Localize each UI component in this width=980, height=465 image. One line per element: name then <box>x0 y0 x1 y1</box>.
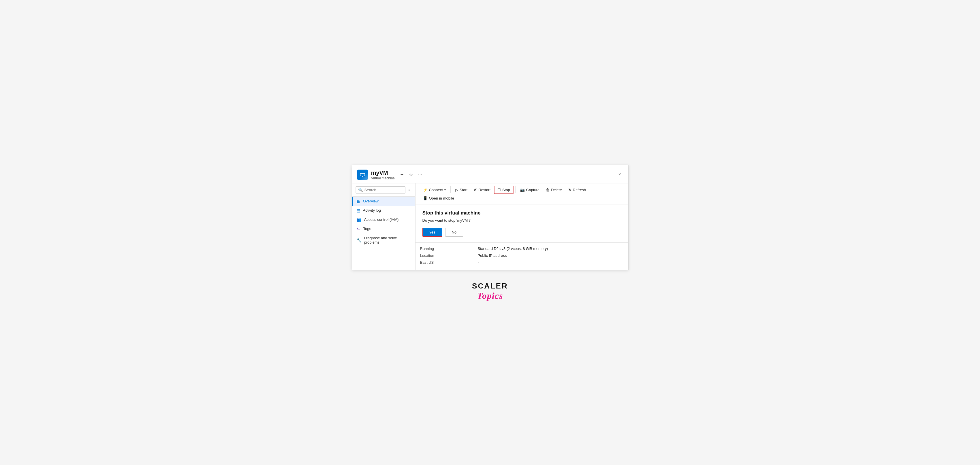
star-icon: ☆ <box>409 172 413 177</box>
stop-label: Stop <box>502 188 510 192</box>
close-button[interactable]: × <box>616 170 624 178</box>
restart-button[interactable]: ↺ Restart <box>471 186 493 194</box>
brand-scaler-text: SCALER <box>472 282 508 290</box>
dialog-title: Stop this virtual machine <box>422 210 621 216</box>
toolbar: ⚡ Connect ▾ ▷ Start ↺ Restart ☐ Stop <box>415 183 628 205</box>
brand-topics-text: Topics <box>477 291 503 300</box>
activity-log-label: Activity log <box>363 208 381 213</box>
info-row-1: Running Standard D2s v3 (2 vcpus, 8 GiB … <box>420 245 624 252</box>
overview-icon: ▦ <box>356 199 360 203</box>
more-toolbar-button[interactable]: ··· <box>458 195 466 202</box>
sidebar-item-overview[interactable]: ▦ Overview <box>352 197 415 206</box>
delete-button[interactable]: 🗑 Delete <box>543 186 565 194</box>
pin-icon: ✦ <box>400 172 404 177</box>
info-value-2: Public IP address <box>478 253 507 258</box>
title-actions: ✦ ☆ ··· <box>399 171 423 178</box>
pin-button[interactable]: ✦ <box>399 171 405 178</box>
svg-rect-1 <box>361 174 364 176</box>
tags-icon: 🏷 <box>356 227 361 231</box>
connect-chevron-icon: ▾ <box>444 188 446 192</box>
delete-icon: 🗑 <box>546 188 549 192</box>
restart-icon: ↺ <box>474 188 477 192</box>
more-icon: ··· <box>460 196 464 200</box>
close-icon: × <box>618 171 621 177</box>
info-row-3: East US - <box>420 259 624 266</box>
capture-button[interactable]: 📷 Capture <box>517 186 542 194</box>
title-bar: myVM Virtual machine ✦ ☆ ··· × <box>352 165 628 183</box>
info-row-2: Location Public IP address <box>420 252 624 259</box>
dialog-actions: Yes No <box>422 228 621 236</box>
favorite-button[interactable]: ☆ <box>408 171 414 178</box>
start-label: Start <box>460 188 468 192</box>
info-label-2: Location <box>420 253 478 258</box>
separator-1 <box>450 186 451 193</box>
stop-dialog: Stop this virtual machine Do you want to… <box>415 205 628 243</box>
refresh-label: Refresh <box>573 188 586 192</box>
activity-log-icon: ▤ <box>356 208 360 213</box>
diagnose-icon: 🔧 <box>356 238 361 243</box>
sidebar-item-access-control[interactable]: 👥 Access control (IAM) <box>352 215 415 224</box>
connect-icon: ⚡ <box>423 188 428 192</box>
sidebar-item-activity-log[interactable]: ▤ Activity log <box>352 206 415 215</box>
vm-icon <box>357 170 368 180</box>
diagnose-label: Diagnose and solve problems <box>364 236 412 244</box>
start-button[interactable]: ▷ Start <box>452 186 470 194</box>
separator-2 <box>515 186 515 193</box>
restart-label: Restart <box>478 188 490 192</box>
iam-label: Access control (IAM) <box>364 217 399 222</box>
search-box: 🔍 <box>356 186 406 194</box>
search-icon: 🔍 <box>358 188 363 192</box>
search-input[interactable] <box>364 188 403 192</box>
info-value-1: Standard D2s v3 (2 vcpus, 8 GiB memory) <box>478 246 548 251</box>
azure-portal-window: myVM Virtual machine ✦ ☆ ··· × 🔍 <box>352 165 628 270</box>
sidebar: 🔍 « ▦ Overview ▤ Activity log <box>352 183 415 270</box>
vm-title: myVM <box>371 169 395 176</box>
start-icon: ▷ <box>455 188 458 192</box>
more-options-button[interactable]: ··· <box>417 171 423 178</box>
dialog-overlay: Stop this virtual machine Do you want to… <box>415 205 628 270</box>
nav-list: ▦ Overview ▤ Activity log 👥 Access contr… <box>352 197 415 270</box>
sidebar-item-diagnose[interactable]: 🔧 Diagnose and solve problems <box>352 233 415 247</box>
open-mobile-button[interactable]: 📱 Open in mobile <box>420 195 457 202</box>
sidebar-item-tags[interactable]: 🏷 Tags <box>352 224 415 233</box>
chevron-left-icon: « <box>408 187 410 192</box>
search-container: 🔍 « <box>352 183 415 197</box>
dialog-message: Do you want to stop 'myVM'? <box>422 218 621 222</box>
capture-label: Capture <box>526 188 539 192</box>
open-mobile-label: Open in mobile <box>429 196 454 200</box>
iam-icon: 👥 <box>356 217 361 222</box>
stop-icon: ☐ <box>497 188 501 192</box>
info-label-1: Running <box>420 246 478 251</box>
svg-rect-3 <box>361 177 364 177</box>
info-area: Running Standard D2s v3 (2 vcpus, 8 GiB … <box>415 242 628 270</box>
main-content: ⚡ Connect ▾ ▷ Start ↺ Restart ☐ Stop <box>415 183 628 270</box>
window-body: 🔍 « ▦ Overview ▤ Activity log <box>352 183 628 270</box>
capture-icon: 📷 <box>520 188 525 192</box>
ellipsis-icon: ··· <box>418 172 422 177</box>
overview-label: Overview <box>363 199 379 203</box>
info-label-3: East US <box>420 260 478 265</box>
branding: SCALER Topics <box>472 282 508 300</box>
connect-label: Connect <box>429 188 443 192</box>
title-info: myVM Virtual machine <box>371 169 395 180</box>
mobile-icon: 📱 <box>423 196 428 200</box>
collapse-sidebar-button[interactable]: « <box>407 187 412 192</box>
refresh-icon: ↻ <box>568 188 571 192</box>
tags-label: Tags <box>363 227 371 231</box>
yes-button[interactable]: Yes <box>422 228 442 236</box>
stop-button[interactable]: ☐ Stop <box>494 186 514 194</box>
refresh-button[interactable]: ↻ Refresh <box>565 186 589 194</box>
connect-button[interactable]: ⚡ Connect ▾ <box>420 186 449 194</box>
vm-subtitle: Virtual machine <box>371 176 395 180</box>
info-value-3: - <box>478 260 479 265</box>
delete-label: Delete <box>551 188 562 192</box>
svg-rect-2 <box>362 176 363 177</box>
no-button[interactable]: No <box>445 228 463 236</box>
